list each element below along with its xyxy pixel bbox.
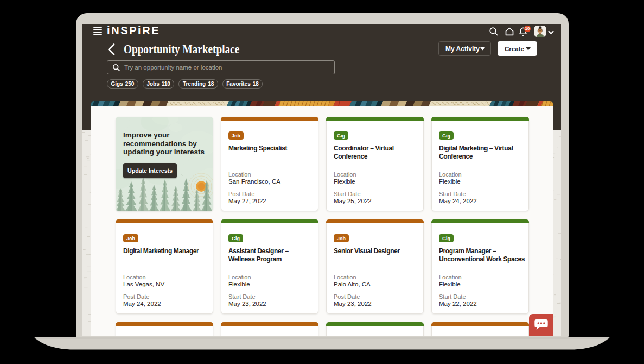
laptop-base — [30, 335, 614, 353]
search-icon — [112, 64, 120, 72]
opportunity-card[interactable]: Gig Program Manager – Unconventional Wor… — [431, 219, 529, 314]
date-value: May 27, 2022 — [228, 198, 266, 204]
card-type-badge: Job — [228, 131, 244, 140]
date-label: Post Date — [123, 293, 149, 300]
chip-label: Jobs — [146, 81, 159, 87]
notification-badge: 10 — [524, 25, 531, 33]
location-label: Location — [439, 274, 462, 280]
back-chevron-icon[interactable] — [107, 43, 116, 55]
promo-title: Improve your recommendations by updating… — [123, 131, 208, 156]
location-label: Location — [334, 274, 356, 280]
card-type-badge: Gig — [334, 131, 348, 140]
filter-chip-gigs[interactable]: Gigs250 — [107, 79, 138, 89]
location-label: Location — [228, 274, 251, 280]
date-label: Post Date — [334, 293, 360, 300]
update-interests-button[interactable]: Update Interests — [123, 163, 177, 178]
date-value: May 25, 2022 — [334, 198, 372, 204]
search-input[interactable] — [124, 64, 334, 71]
cards-grid: Improve your recommendations by updating… — [116, 117, 529, 336]
promo-card[interactable]: Improve your recommendations by updating… — [116, 117, 213, 211]
card-type-bar — [221, 117, 318, 121]
opportunity-search[interactable] — [107, 60, 335, 74]
card-type-bar — [116, 322, 213, 326]
chip-label: Trending — [183, 81, 206, 87]
filter-chip-jobs[interactable]: Jobs110 — [143, 79, 174, 89]
date-value: May 24, 2022 — [123, 300, 161, 307]
location-label: Location — [334, 171, 356, 178]
app-screen: iNSPiRE 10 — [82, 24, 561, 336]
page-title: Opportunity Marketplace — [124, 42, 239, 57]
my-activity-button[interactable]: My Activity — [438, 41, 491, 56]
card-type-badge: Gig — [228, 234, 243, 242]
chat-assistant-button[interactable] — [529, 314, 553, 336]
card-type-bar — [326, 117, 424, 121]
notifications-bell-icon[interactable]: 10 — [518, 27, 528, 36]
filter-chip-favorites[interactable]: Favorites18 — [222, 79, 263, 89]
card-title: Program Manager – Unconventional Work Sp… — [439, 247, 525, 263]
date-label: Start Date — [228, 293, 256, 300]
chip-count: 110 — [162, 81, 170, 87]
card-type-badge: Job — [334, 234, 349, 242]
avatar[interactable] — [534, 26, 546, 37]
opportunity-card[interactable]: Job — [116, 322, 213, 336]
chip-label: Favorites — [226, 81, 250, 87]
create-button[interactable]: Create — [498, 41, 537, 56]
opportunity-card[interactable]: Job Marketing Specialist Location San Fr… — [221, 117, 318, 211]
opportunity-card[interactable]: Job — [221, 322, 318, 336]
card-type-bar — [221, 219, 318, 223]
opportunity-card[interactable]: Job — [431, 322, 529, 336]
profile-chevron-down-icon[interactable] — [548, 27, 554, 37]
date-label: Start Date — [439, 191, 466, 197]
location-value: Flexible — [439, 178, 461, 185]
filter-chip-trending[interactable]: Trending18 — [178, 79, 218, 89]
opportunity-card[interactable]: Job Digital Marketing Manager Location L… — [116, 219, 213, 314]
decorative-banner — [91, 101, 553, 106]
topbar-actions: 10 — [489, 24, 554, 39]
date-label: Post Date — [228, 191, 254, 197]
card-type-bar — [431, 322, 529, 326]
card-type-badge: Gig — [439, 131, 454, 140]
opportunity-card[interactable]: Gig — [326, 322, 424, 336]
chip-count: 250 — [125, 81, 135, 87]
location-value: Flexible — [439, 281, 461, 287]
card-title: Digital Marketing – Virtual Conference — [439, 145, 525, 161]
create-label: Create — [505, 46, 524, 52]
card-title: Coordinator – Virtual Conference — [334, 145, 420, 161]
location-label: Location — [228, 171, 251, 178]
brand-logo: iNSPiRE — [107, 24, 160, 37]
card-title: Marketing Specialist — [228, 145, 315, 153]
card-type-bar — [326, 219, 424, 223]
card-type-badge: Job — [123, 234, 138, 242]
date-label: Start Date — [334, 191, 361, 197]
search-icon[interactable] — [489, 27, 499, 36]
date-value: May 22, 2022 — [439, 300, 477, 307]
card-type-bar — [221, 322, 318, 326]
date-value: May 23, 2022 — [228, 300, 266, 307]
opportunity-card[interactable]: Gig Coordinator – Virtual Conference Loc… — [326, 117, 424, 211]
opportunity-card[interactable]: Gig Digital Marketing – Virtual Conferen… — [431, 117, 529, 211]
my-activity-label: My Activity — [445, 45, 480, 53]
chat-bubble-icon — [534, 318, 549, 331]
location-label: Location — [439, 171, 462, 178]
caret-down-icon — [525, 47, 531, 51]
location-label: Location — [123, 274, 146, 280]
chip-label: Gigs — [111, 81, 123, 87]
menu-icon[interactable] — [93, 27, 102, 35]
card-type-bar — [431, 219, 529, 223]
card-type-bar — [116, 219, 213, 223]
location-value: Flexible — [228, 281, 250, 287]
filter-chips: Gigs250Jobs110Trending18Favorites18 — [107, 79, 263, 89]
date-value: May 23, 2022 — [334, 300, 372, 307]
opportunity-card[interactable]: Gig Assistant Designer – Wellness Progra… — [221, 219, 318, 314]
card-type-badge: Gig — [439, 234, 454, 242]
location-value: San Francisco, CA — [228, 178, 280, 185]
home-icon[interactable] — [505, 27, 514, 36]
chip-count: 18 — [208, 81, 214, 87]
location-value: Las Vegas, NV — [123, 281, 164, 287]
opportunity-card[interactable]: Job Senior Visual Designer Location Palo… — [326, 219, 424, 314]
card-title: Senior Visual Designer — [334, 247, 420, 255]
card-type-bar — [431, 117, 529, 121]
location-value: Flexible — [334, 178, 355, 185]
avatar-photo — [534, 26, 546, 37]
content-sheet: Improve your recommendations by updating… — [91, 101, 553, 336]
